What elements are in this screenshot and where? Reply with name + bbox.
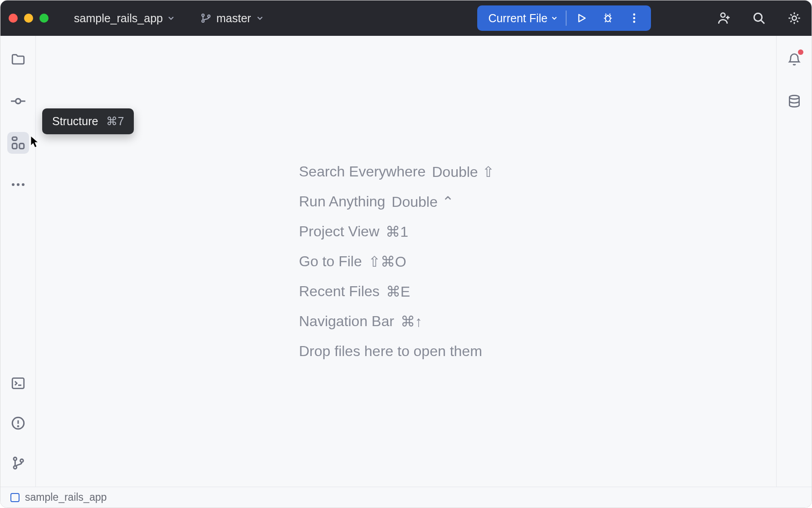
svg-point-15	[12, 183, 15, 186]
svg-point-22	[14, 466, 17, 469]
svg-rect-13	[12, 143, 17, 148]
svg-point-16	[17, 183, 20, 186]
chevron-down-icon	[166, 14, 176, 23]
welcome-line: Navigation Bar ⌘↑	[299, 313, 494, 330]
branch-icon	[200, 12, 212, 24]
module-icon	[10, 493, 20, 502]
more-tools-button[interactable]	[7, 174, 29, 195]
notification-indicator-icon	[798, 49, 803, 55]
toolbar-right	[714, 9, 803, 27]
svg-rect-18	[12, 378, 24, 389]
welcome-shortcut: ⌘E	[386, 283, 410, 300]
database-tool-button[interactable]	[783, 90, 805, 112]
status-bar: sample_rails_app	[0, 487, 812, 508]
svg-point-0	[202, 14, 204, 16]
welcome-line: Drop files here to open them	[299, 343, 494, 360]
welcome-label: Drop files here to open them	[299, 343, 482, 360]
main-body: Search Everywhere Double ⇧ Run Anything …	[0, 36, 812, 487]
svg-point-11	[15, 99, 20, 104]
run-button[interactable]	[568, 5, 595, 31]
svg-point-5	[633, 14, 636, 16]
welcome-shortcut: ⇧⌘O	[368, 253, 406, 270]
welcome-label: Search Everywhere	[299, 163, 426, 180]
search-everywhere-button[interactable]	[750, 9, 768, 27]
welcome-line: Recent Files ⌘E	[299, 283, 494, 300]
tooltip-shortcut: ⌘7	[106, 115, 124, 128]
project-selector[interactable]: sample_rails_app	[74, 12, 176, 25]
window-controls	[9, 14, 49, 23]
chevron-down-icon	[255, 14, 264, 23]
svg-point-10	[792, 16, 796, 20]
structure-tool-button[interactable]	[7, 132, 29, 154]
svg-point-9	[754, 13, 762, 21]
welcome-label: Run Anything	[299, 193, 385, 210]
svg-point-2	[208, 15, 210, 17]
svg-point-1	[202, 20, 204, 22]
problems-tool-button[interactable]	[7, 412, 29, 434]
more-actions-button[interactable]	[621, 5, 647, 31]
welcome-shortcut: ⌘1	[386, 223, 408, 240]
terminal-tool-button[interactable]	[7, 372, 29, 394]
welcome-label: Project View	[299, 223, 379, 240]
right-tool-rail	[776, 36, 812, 487]
branch-name-label: master	[216, 12, 251, 25]
svg-rect-14	[19, 143, 24, 148]
welcome-shortcuts-list: Search Everywhere Double ⇧ Run Anything …	[299, 163, 494, 360]
welcome-shortcut: Double ⌃	[391, 193, 454, 210]
welcome-line: Project View ⌘1	[299, 223, 494, 240]
welcome-label: Recent Files	[299, 283, 380, 300]
commit-tool-button[interactable]	[7, 90, 29, 112]
welcome-label: Navigation Bar	[299, 313, 394, 330]
run-config-selector[interactable]: Current File	[488, 12, 548, 25]
close-window-button[interactable]	[9, 14, 18, 23]
welcome-line: Go to File ⇧⌘O	[299, 253, 494, 270]
structure-tooltip: Structure ⌘7	[42, 108, 134, 134]
notifications-tool-button[interactable]	[783, 49, 805, 70]
svg-marker-3	[579, 15, 585, 22]
svg-point-23	[20, 459, 23, 462]
vcs-branch-selector[interactable]: master	[200, 12, 264, 25]
welcome-line: Search Everywhere Double ⇧	[299, 163, 494, 181]
svg-point-20	[18, 426, 19, 427]
code-with-me-button[interactable]	[714, 9, 733, 27]
svg-point-24	[789, 95, 799, 99]
minimize-window-button[interactable]	[24, 14, 33, 23]
svg-point-8	[721, 13, 725, 17]
svg-point-21	[14, 457, 17, 460]
svg-point-6	[633, 17, 636, 20]
debug-button[interactable]	[595, 5, 621, 31]
ide-window: sample_rails_app master Current File	[0, 0, 812, 508]
separator	[566, 10, 567, 26]
svg-rect-12	[12, 137, 17, 140]
project-name-label: sample_rails_app	[74, 12, 163, 25]
mouse-cursor-icon	[30, 136, 40, 148]
welcome-label: Go to File	[299, 253, 362, 270]
status-project-label[interactable]: sample_rails_app	[25, 491, 107, 503]
left-tool-rail	[0, 36, 36, 487]
svg-point-4	[606, 16, 611, 22]
svg-point-7	[633, 21, 636, 23]
version-control-tool-button[interactable]	[7, 452, 29, 474]
project-tool-button[interactable]	[7, 49, 29, 70]
editor-empty-state: Search Everywhere Double ⇧ Run Anything …	[36, 36, 776, 487]
svg-point-17	[22, 183, 24, 186]
welcome-line: Run Anything Double ⌃	[299, 193, 494, 210]
welcome-shortcut: ⌘↑	[401, 313, 422, 330]
settings-button[interactable]	[785, 9, 803, 27]
tooltip-label: Structure	[52, 115, 98, 128]
chevron-down-icon[interactable]	[550, 14, 558, 22]
title-bar: sample_rails_app master Current File	[0, 0, 812, 36]
maximize-window-button[interactable]	[39, 14, 49, 23]
run-config-widget: Current File	[477, 5, 651, 31]
welcome-shortcut: Double ⇧	[432, 163, 494, 181]
